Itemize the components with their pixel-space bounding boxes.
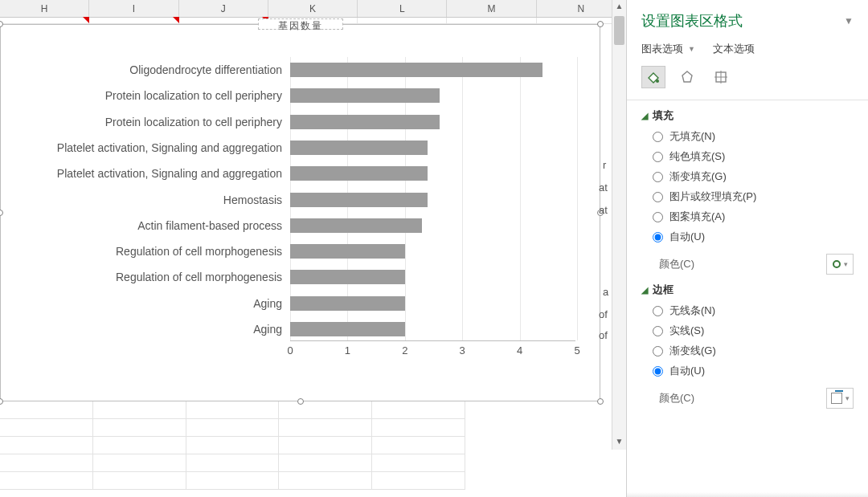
fill-solid-radio[interactable]: 纯色填充(S) — [653, 149, 854, 164]
category-label: Platelet activation, Signaling and aggre… — [14, 141, 287, 154]
fill-section-header[interactable]: ◢ 填充 — [641, 108, 854, 123]
border-color-picker[interactable]: ▾ — [826, 388, 854, 409]
bar[interactable] — [290, 296, 405, 311]
bar[interactable] — [290, 218, 422, 233]
column-header[interactable]: H — [0, 0, 89, 17]
fill-gradient-radio[interactable]: 渐变填充(G) — [653, 169, 854, 184]
vertical-scrollbar[interactable]: ▲ ▼ — [612, 0, 626, 450]
collapse-icon: ◢ — [641, 285, 648, 295]
border-none-radio[interactable]: 无线条(N) — [653, 303, 854, 318]
bar[interactable] — [290, 115, 440, 129]
pane-title: 设置图表区格式 — [641, 11, 743, 31]
cell-text: r — [603, 159, 606, 171]
tab-chart-options[interactable]: 图表选项 ▼ — [641, 42, 695, 56]
cell-text: of — [599, 308, 608, 320]
resize-handle[interactable] — [0, 21, 3, 27]
collapse-icon: ◢ — [641, 111, 648, 121]
fill-options: 无填充(N) 纯色填充(S) 渐变填充(G) 图片或纹理填充(P) 图案填充(A… — [653, 129, 854, 244]
x-tick-label: 4 — [517, 344, 522, 356]
border-options: 无线条(N) 实线(S) 渐变线(G) 自动(U) — [653, 303, 854, 378]
column-header[interactable]: M — [447, 0, 536, 17]
scroll-up-button[interactable]: ▲ — [612, 0, 626, 14]
tab-label: 文本选项 — [713, 42, 755, 56]
column-header[interactable]: L — [358, 0, 447, 17]
fill-picture-radio[interactable]: 图片或纹理填充(P) — [653, 189, 854, 204]
category-label: Actin filament-based process — [14, 219, 287, 232]
fill-none-radio[interactable]: 无填充(N) — [653, 129, 854, 144]
x-tick-label: 3 — [460, 344, 465, 356]
bar[interactable] — [290, 166, 428, 181]
border-solid-radio[interactable]: 实线(S) — [653, 324, 854, 338]
border-color-label: 颜色(C) — [659, 391, 694, 405]
bar[interactable] — [290, 88, 440, 103]
effects-tab-icon[interactable] — [675, 66, 699, 88]
fill-auto-radio[interactable]: 自动(U) — [653, 230, 854, 244]
border-auto-radio[interactable]: 自动(U) — [653, 364, 854, 378]
cell-text: of — [599, 329, 608, 341]
category-label: Hemostasis — [14, 194, 287, 206]
fill-color-picker[interactable]: ▾ — [826, 254, 854, 275]
bar[interactable] — [290, 63, 542, 77]
section-label: 填充 — [653, 108, 674, 123]
column-headers[interactable]: HIJKLMN — [0, 0, 626, 18]
svg-marker-1 — [682, 71, 692, 82]
cell-text: at — [599, 181, 608, 194]
border-gradient-radio[interactable]: 渐变线(G) — [653, 344, 854, 358]
bar[interactable] — [290, 193, 428, 207]
format-chart-area-pane: 设置图表区格式 ▼ 图表选项 ▼ 文本选项 ◢ — [627, 0, 868, 497]
x-axis[interactable]: 012345 — [290, 340, 575, 361]
resize-handle[interactable] — [597, 398, 604, 405]
category-label: Platelet activation, Signaling and aggre… — [14, 167, 287, 180]
section-label: 边框 — [653, 283, 674, 297]
tab-text-options[interactable]: 文本选项 — [713, 42, 755, 56]
category-label: Protein localization to cell periphery — [14, 116, 287, 128]
fill-color-label: 颜色(C) — [659, 257, 694, 271]
column-header[interactable]: I — [89, 0, 178, 17]
border-section-header[interactable]: ◢ 边框 — [641, 283, 854, 297]
resize-handle[interactable] — [0, 210, 3, 216]
chart-plot-area[interactable]: 012345 Oligodendrocyte differentiationPr… — [9, 57, 583, 361]
category-label: Regulation of cell morphogenesis — [14, 271, 287, 283]
resize-handle[interactable] — [597, 21, 604, 27]
column-header[interactable]: K — [268, 0, 358, 17]
sheet-grid[interactable] — [0, 401, 465, 497]
dropdown-icon: ▼ — [688, 45, 695, 53]
bar[interactable] — [290, 322, 405, 336]
pane-menu-button[interactable]: ▼ — [844, 15, 854, 26]
category-label: Oligodendrocyte differentiation — [14, 63, 287, 76]
cell-text: at — [599, 204, 608, 216]
size-properties-tab-icon[interactable] — [709, 66, 733, 88]
svg-point-0 — [656, 79, 659, 83]
scroll-down-button[interactable]: ▼ — [612, 435, 626, 450]
fill-outline-tab-icon[interactable] — [641, 66, 665, 88]
chart-title[interactable]: 基因数量 — [258, 18, 343, 30]
bar[interactable] — [290, 270, 405, 284]
column-header[interactable]: J — [179, 0, 268, 17]
bar[interactable] — [290, 141, 428, 155]
category-label: Aging — [14, 323, 287, 336]
fill-pattern-radio[interactable]: 图案填充(A) — [653, 210, 854, 224]
x-tick-label: 1 — [345, 344, 350, 356]
cell-text: a — [603, 286, 608, 298]
x-tick-label: 0 — [287, 344, 293, 356]
category-label: Aging — [14, 297, 287, 310]
chart-object[interactable]: 基因数量 012345 Oligodendrocyte differentiat… — [0, 24, 600, 401]
x-tick-label: 5 — [574, 344, 579, 356]
category-label: Regulation of cell morphogenesis — [14, 245, 287, 258]
scroll-thumb[interactable] — [614, 16, 624, 45]
tab-label: 图表选项 — [641, 42, 683, 56]
category-label: Protein localization to cell periphery — [14, 89, 287, 102]
bar[interactable] — [290, 244, 405, 259]
x-tick-label: 2 — [402, 344, 407, 356]
